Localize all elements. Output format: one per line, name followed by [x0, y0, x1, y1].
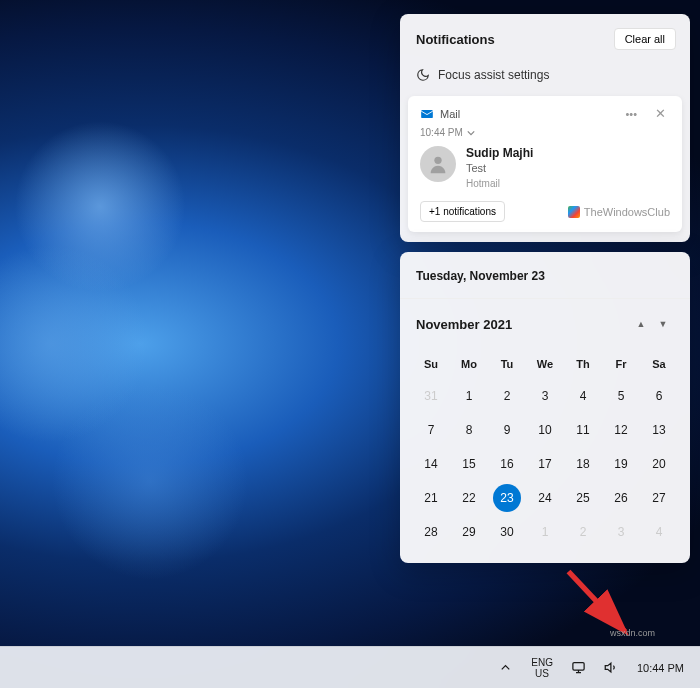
calendar-day-today[interactable]: 23	[488, 481, 526, 515]
calendar-day[interactable]: 19	[602, 447, 640, 481]
person-icon	[427, 153, 449, 175]
watermark-icon	[568, 206, 580, 218]
calendar-day[interactable]: 22	[450, 481, 488, 515]
current-date-text: Tuesday, November 23	[416, 269, 545, 283]
month-year-label[interactable]: November 2021	[416, 317, 630, 332]
calendar-day[interactable]: 13	[640, 413, 678, 447]
calendar-day[interactable]: 6	[640, 379, 678, 413]
calendar-day[interactable]: 2	[564, 515, 602, 549]
calendar-day[interactable]: 1	[450, 379, 488, 413]
mail-account: Hotmail	[466, 178, 533, 189]
notification-timestamp-row[interactable]: 10:44 PM	[420, 127, 670, 138]
calendar-day[interactable]: 14	[412, 447, 450, 481]
calendar-day[interactable]: 9	[488, 413, 526, 447]
next-month-button[interactable]: ▼	[652, 313, 674, 335]
calendar-day[interactable]: 7	[412, 413, 450, 447]
corner-watermark: wsxdn.com	[610, 628, 655, 638]
focus-assist-label: Focus assist settings	[438, 68, 549, 82]
moon-icon	[416, 68, 430, 82]
calendar-day[interactable]: 4	[564, 379, 602, 413]
close-icon[interactable]: ✕	[651, 106, 670, 121]
monitor-icon	[571, 660, 586, 675]
dow-header: Su	[412, 349, 450, 379]
more-options-icon[interactable]: •••	[617, 108, 645, 120]
sender-name: Sudip Majhi	[466, 146, 533, 160]
svg-rect-3	[573, 663, 584, 671]
calendar-day[interactable]: 21	[412, 481, 450, 515]
dow-header: Th	[564, 349, 602, 379]
calendar-grid: SuMoTuWeThFrSa31123456789101112131415161…	[400, 345, 690, 563]
calendar-day[interactable]: 24	[526, 481, 564, 515]
tray-chevron-up[interactable]	[492, 656, 519, 679]
dow-header: We	[526, 349, 564, 379]
clear-all-button[interactable]: Clear all	[614, 28, 676, 50]
calendar-day[interactable]: 8	[450, 413, 488, 447]
speaker-icon	[604, 660, 619, 675]
calendar-day[interactable]: 12	[602, 413, 640, 447]
taskbar-clock[interactable]: 10:44 PM	[631, 658, 690, 678]
calendar-day[interactable]: 15	[450, 447, 488, 481]
language-top: ENG	[531, 657, 553, 668]
calendar-day[interactable]: 1	[526, 515, 564, 549]
taskbar: ENG US 10:44 PM	[0, 646, 700, 688]
mail-subject: Test	[466, 162, 533, 174]
chevron-up-icon	[498, 660, 513, 675]
dow-header: Fr	[602, 349, 640, 379]
dow-header: Sa	[640, 349, 678, 379]
svg-rect-0	[421, 109, 433, 117]
network-tray-icon[interactable]	[565, 656, 592, 679]
calendar-day[interactable]: 3	[526, 379, 564, 413]
calendar-day[interactable]: 31	[412, 379, 450, 413]
calendar-day[interactable]: 5	[602, 379, 640, 413]
calendar-day[interactable]: 11	[564, 413, 602, 447]
calendar-day[interactable]: 28	[412, 515, 450, 549]
language-indicator[interactable]: ENG US	[525, 653, 559, 683]
notification-timestamp: 10:44 PM	[420, 127, 463, 138]
language-bottom: US	[535, 668, 549, 679]
focus-assist-link[interactable]: Focus assist settings	[400, 60, 690, 96]
calendar-day[interactable]: 26	[602, 481, 640, 515]
dow-header: Mo	[450, 349, 488, 379]
calendar-day[interactable]: 16	[488, 447, 526, 481]
calendar-day[interactable]: 25	[564, 481, 602, 515]
mail-notification-card[interactable]: Mail ••• ✕ 10:44 PM Sudip Majhi Test Hot…	[408, 96, 682, 232]
svg-point-1	[434, 157, 441, 164]
current-date-row[interactable]: Tuesday, November 23	[400, 252, 690, 299]
calendar-day[interactable]: 27	[640, 481, 678, 515]
calendar-day[interactable]: 4	[640, 515, 678, 549]
notifications-title: Notifications	[416, 32, 495, 47]
avatar	[420, 146, 456, 182]
chevron-down-icon	[467, 129, 475, 137]
calendar-day[interactable]: 18	[564, 447, 602, 481]
notifications-panel: Notifications Clear all Focus assist set…	[400, 14, 690, 242]
calendar-day[interactable]: 3	[602, 515, 640, 549]
wallpaper-graphic	[0, 0, 400, 688]
watermark-label: TheWindowsClub	[568, 206, 670, 218]
calendar-day[interactable]: 2	[488, 379, 526, 413]
calendar-day[interactable]: 29	[450, 515, 488, 549]
dow-header: Tu	[488, 349, 526, 379]
calendar-day[interactable]: 17	[526, 447, 564, 481]
calendar-panel: Tuesday, November 23 November 2021 ▲ ▼ S…	[400, 252, 690, 563]
calendar-day[interactable]: 10	[526, 413, 564, 447]
calendar-day[interactable]: 30	[488, 515, 526, 549]
svg-line-2	[569, 572, 626, 632]
mail-icon	[420, 107, 434, 121]
calendar-day[interactable]: 20	[640, 447, 678, 481]
prev-month-button[interactable]: ▲	[630, 313, 652, 335]
mail-app-label: Mail	[440, 108, 611, 120]
desktop-background: Notifications Clear all Focus assist set…	[0, 0, 700, 688]
more-notifications-button[interactable]: +1 notifications	[420, 201, 505, 222]
volume-tray-icon[interactable]	[598, 656, 625, 679]
